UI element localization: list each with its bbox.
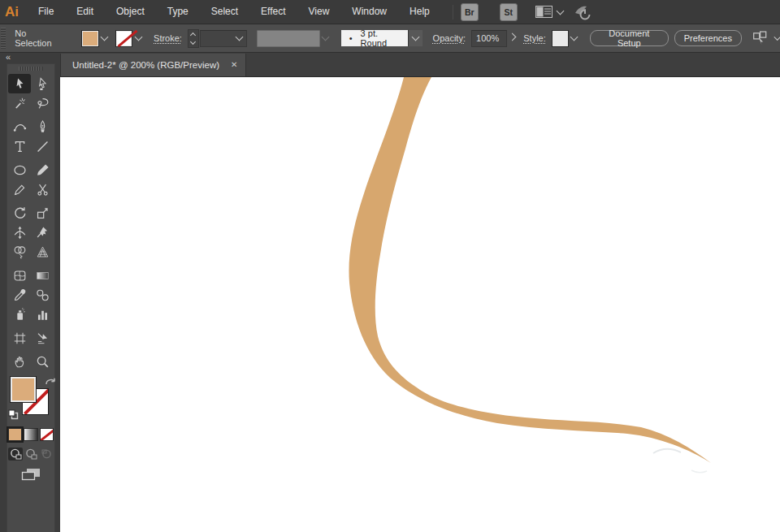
pencil-tool[interactable] <box>8 179 31 199</box>
fill-color-dropdown[interactable] <box>99 31 110 46</box>
scissors-tool[interactable] <box>31 179 54 199</box>
opacity-field[interactable]: 100% <box>471 30 507 47</box>
scissors-icon <box>35 182 50 197</box>
bridge-button[interactable]: Br <box>461 3 479 21</box>
document-tab[interactable]: Untitled-2* @ 200% (RGB/Preview) ✕ <box>60 54 246 76</box>
menu-file[interactable]: File <box>27 0 65 24</box>
paintbrush-tool[interactable] <box>31 160 54 179</box>
hand-tool[interactable] <box>8 352 31 371</box>
gpu-power-icon[interactable] <box>570 3 593 21</box>
eyedropper-tool[interactable] <box>8 285 31 305</box>
preferences-button[interactable]: Preferences <box>674 30 742 46</box>
pen-tool[interactable] <box>31 117 54 136</box>
stroke-weight-stepper[interactable] <box>188 29 199 48</box>
control-bar-grip[interactable] <box>1 28 6 49</box>
type-icon <box>12 139 28 154</box>
stepper-down-icon <box>190 38 196 44</box>
artboard-canvas[interactable] <box>60 77 780 532</box>
puppet-warp-tool[interactable] <box>31 223 54 242</box>
style-dropdown[interactable] <box>569 31 579 46</box>
menu-type[interactable]: Type <box>156 0 200 24</box>
menu-effect[interactable]: Effect <box>249 0 297 24</box>
stock-button[interactable]: St <box>500 3 518 21</box>
slice-tool[interactable] <box>31 328 54 348</box>
direct-selection-tool[interactable] <box>31 74 54 93</box>
ellipse-tool[interactable] <box>8 160 31 179</box>
magic-wand-tool[interactable] <box>8 93 31 113</box>
type-tool[interactable] <box>8 136 31 156</box>
paintbrush-icon <box>35 162 50 178</box>
curvature-tool[interactable] <box>8 117 31 136</box>
artwork-layer <box>60 77 780 532</box>
tools-panel-grip[interactable] <box>7 64 54 72</box>
artboard-tool[interactable] <box>8 328 31 348</box>
opacity-panel-link[interactable]: Opacity: <box>433 33 466 43</box>
control-bar: No Selection Stroke: • 3 pt. Round Opaci… <box>0 24 780 53</box>
shape-builder-tool[interactable] <box>8 242 31 262</box>
faint-stroke-remnant <box>653 449 681 453</box>
line-segment-tool[interactable] <box>31 136 54 156</box>
toolbar-fill-swatch[interactable] <box>10 376 37 403</box>
none-button[interactable] <box>40 428 54 441</box>
style-panel-link[interactable]: Style: <box>523 33 546 43</box>
control-panel-menu-icon[interactable] <box>774 33 780 41</box>
brush-bullet: • <box>349 33 353 43</box>
screen-mode-icon <box>20 467 41 482</box>
gradient-button[interactable] <box>24 428 37 441</box>
mesh-icon <box>12 268 28 283</box>
gradient-tool[interactable] <box>31 266 54 285</box>
selection-tool[interactable] <box>8 74 31 93</box>
puppet-warp-icon <box>35 225 50 240</box>
perspective-grid-tool[interactable] <box>31 242 54 262</box>
rotate-icon <box>12 205 28 221</box>
brush-stroke-path[interactable] <box>349 77 711 463</box>
draw-behind-button[interactable] <box>24 448 38 461</box>
menu-select[interactable]: Select <box>200 0 249 24</box>
menu-edit[interactable]: Edit <box>65 0 105 24</box>
chevron-down-icon <box>412 33 420 41</box>
tab-close-icon[interactable]: ✕ <box>231 61 237 69</box>
illustrator-logo: Ai <box>0 4 27 20</box>
variable-width-profile[interactable] <box>257 30 320 47</box>
shape-builder-icon <box>12 244 28 260</box>
menu-object[interactable]: Object <box>105 0 156 24</box>
style-swatch[interactable] <box>552 30 569 47</box>
blend-tool[interactable] <box>31 285 54 305</box>
symbol-sprayer-tool[interactable] <box>8 305 31 324</box>
fill-color-swatch[interactable] <box>81 30 98 47</box>
menu-view[interactable]: View <box>297 0 341 24</box>
default-fill-stroke-icon[interactable] <box>8 409 19 420</box>
column-graph-tool[interactable] <box>31 305 54 324</box>
brush-definition-combo[interactable]: • 3 pt. Round <box>341 30 409 46</box>
stroke-weight-field[interactable] <box>200 30 247 47</box>
stroke-panel-link[interactable]: Stroke: <box>154 33 182 43</box>
width-profile-dropdown[interactable] <box>320 31 331 46</box>
width-tool[interactable] <box>8 223 31 242</box>
opacity-value: 100% <box>476 33 499 43</box>
panel-collapse-button[interactable]: « <box>0 53 60 63</box>
swap-fill-stroke-icon[interactable] <box>45 376 56 387</box>
color-button[interactable] <box>8 428 22 441</box>
scale-icon <box>35 205 50 221</box>
tools-panel <box>6 63 55 532</box>
menu-items: FileEditObjectTypeSelectEffectViewWindow… <box>27 0 441 24</box>
mesh-tool[interactable] <box>8 266 31 285</box>
screen-mode-button[interactable] <box>8 467 54 482</box>
scale-tool[interactable] <box>31 203 54 223</box>
stroke-color-swatch[interactable] <box>115 30 132 47</box>
hand-icon <box>12 354 28 370</box>
faint-stroke-speck <box>691 470 707 473</box>
zoom-tool[interactable] <box>31 352 54 371</box>
menu-window[interactable]: Window <box>340 0 398 24</box>
draw-normal-button[interactable] <box>8 448 23 461</box>
rotate-tool[interactable] <box>8 203 31 223</box>
menubar-right-group: Br St <box>453 3 593 21</box>
menu-help[interactable]: Help <box>398 0 441 24</box>
workspace-switcher[interactable] <box>535 6 563 18</box>
lasso-tool[interactable] <box>31 93 54 113</box>
select-similar-icon[interactable] <box>752 30 769 46</box>
draw-inside-button[interactable] <box>39 448 54 461</box>
document-setup-button[interactable]: Document Setup <box>590 30 669 46</box>
opacity-dropdown[interactable] <box>507 31 518 46</box>
brush-definition-dropdown[interactable] <box>408 30 422 46</box>
